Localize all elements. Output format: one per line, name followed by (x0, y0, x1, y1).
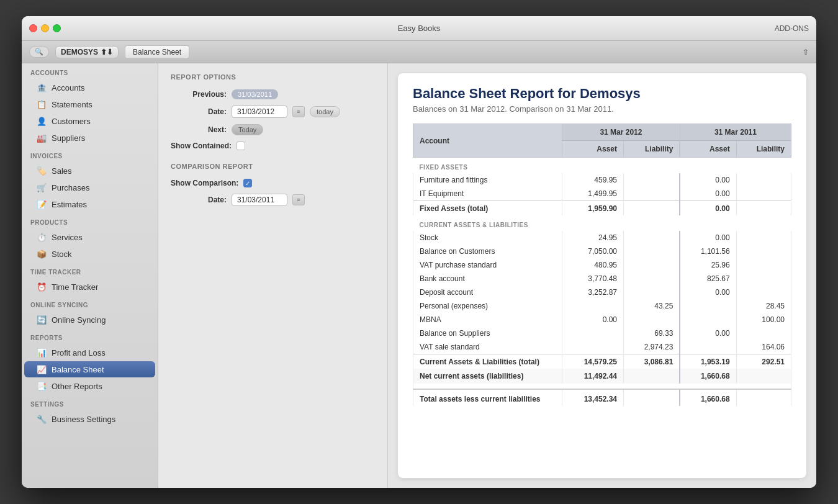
add-ons-button[interactable]: ADD-ONS (775, 24, 809, 33)
account-name: Balance on Suppliers (413, 326, 562, 340)
sidebar-item-statements[interactable]: 📋 Statements (24, 96, 155, 112)
next-button[interactable]: Today (232, 124, 263, 135)
sidebar-item-business-settings[interactable]: 🔧 Business Settings (24, 411, 155, 427)
table-row: VAT sale standard 2,974.23 164.06 (413, 340, 791, 354)
sidebar-item-purchases[interactable]: 🛒 Purchases (24, 179, 155, 196)
grand-total-value (624, 389, 680, 406)
net-value: 1,660.68 (680, 369, 736, 384)
account-name: VAT purchase standard (413, 258, 562, 272)
sidebar-item-stock[interactable]: 📦 Stock (24, 246, 155, 262)
chevron-down-icon: ⬆⬇ (101, 48, 113, 56)
balance-sheet-table: Account 31 Mar 2012 31 Mar 2011 Asset Li… (413, 124, 791, 406)
value (680, 299, 736, 313)
suppliers-icon: 🏭 (37, 133, 47, 143)
show-contained-row: Show Contained: (171, 142, 375, 150)
value: 2,974.23 (624, 340, 680, 354)
sidebar-label-stock: Stock (52, 250, 72, 259)
previous-value: 31/03/2011 (232, 89, 278, 99)
maximize-button[interactable] (53, 24, 61, 32)
total-value: 292.51 (736, 354, 791, 369)
date-picker-icon[interactable]: ≡ (292, 106, 305, 117)
date2-header: 31 Mar 2011 (680, 124, 791, 141)
account-name: Personal (expenses) (413, 299, 562, 313)
value (624, 245, 680, 258)
sidebar-item-profit-loss[interactable]: 📊 Profit and Loss (24, 344, 155, 361)
main-content: ACCOUNTS 🏦 Accounts 📋 Statements 👤 Custo… (22, 63, 816, 488)
value: 164.06 (736, 340, 791, 354)
fixed-assets-header: FIXED ASSETS (413, 158, 791, 174)
sidebar-item-other-reports[interactable]: 📑 Other Reports (24, 378, 155, 394)
sidebar-section-accounts: ACCOUNTS 🏦 Accounts 📋 Statements 👤 Custo… (22, 63, 158, 146)
value: 825.67 (680, 272, 736, 286)
show-contained-checkbox[interactable] (237, 142, 245, 150)
value: 0.00 (562, 313, 624, 326)
value: 3,252.87 (562, 286, 624, 299)
value: 1,499.95 (562, 187, 624, 201)
report-content: Balance Sheet Report for Demosys Balance… (388, 63, 816, 488)
show-contained-label: Show Contained: (171, 142, 232, 150)
show-comparison-label: Show Comparison: (171, 179, 238, 187)
account-name: MBNA (413, 313, 562, 326)
section-header-settings: SETTINGS (22, 395, 158, 410)
comparison-date-field[interactable]: 31/03/2011 (232, 194, 287, 206)
table-row-total: Current Assets & Liabilities (total) 14,… (413, 354, 791, 369)
show-comparison-checkbox[interactable]: ✓ (243, 179, 252, 187)
show-comparison-row: Show Comparison: ✓ (171, 179, 375, 187)
table-row: VAT purchase standard 480.95 25.96 (413, 258, 791, 272)
sidebar-item-balance-sheet[interactable]: 📈 Balance Sheet (24, 361, 155, 377)
sidebar-item-services[interactable]: ⏱️ Services (24, 229, 155, 245)
comparison-title: COMPARISON REPORT (171, 163, 375, 170)
sidebar-item-online-syncing[interactable]: 🔄 Online Syncing (24, 312, 155, 328)
statements-icon: 📋 (37, 99, 47, 109)
stock-icon: 📦 (37, 249, 47, 259)
account-name: VAT sale standard (413, 340, 562, 354)
search-bar[interactable]: 🔍 (29, 46, 49, 58)
account-name: Deposit account (413, 286, 562, 299)
value: 69.33 (624, 326, 680, 340)
report-options-title: REPORT OPTIONS (171, 73, 375, 81)
comparison-date-picker-icon[interactable]: ≡ (292, 194, 305, 205)
close-button[interactable] (29, 24, 37, 32)
customers-icon: 👤 (37, 116, 47, 126)
window-controls (29, 24, 61, 32)
search-icon: 🔍 (35, 48, 43, 56)
sidebar-item-suppliers[interactable]: 🏭 Suppliers (24, 130, 155, 146)
value: 0.00 (680, 326, 736, 340)
previous-row: Previous: 31/03/2011 (171, 89, 375, 99)
minimize-button[interactable] (41, 24, 49, 32)
company-selector[interactable]: DEMOSYS ⬆⬇ (55, 46, 119, 58)
current-tab: Balance Sheet (125, 45, 189, 59)
sidebar-item-estimates[interactable]: 📝 Estimates (24, 196, 155, 212)
today-button[interactable]: today (310, 106, 340, 117)
sidebar-section-reports: REPORTS 📊 Profit and Loss 📈 Balance Shee… (22, 328, 158, 394)
value: 100.00 (736, 313, 791, 326)
section-header-online-syncing: ONLINE SYNCING (22, 295, 158, 311)
sidebar-label-time-tracker: Time Tracker (52, 282, 98, 292)
estimates-icon: 📝 (37, 199, 47, 209)
sidebar-section-time-tracker: TIME TRACKER ⏰ Time Tracker (22, 263, 158, 295)
table-row: Stock 24.95 0.00 (413, 231, 791, 245)
total-value: 0.00 (680, 201, 736, 216)
report-area: REPORT OPTIONS Previous: 31/03/2011 Date… (158, 63, 816, 488)
share-icon[interactable]: ⇧ (803, 48, 809, 56)
date-field[interactable]: 31/03/2012 (232, 106, 287, 118)
value: 1,101.56 (680, 245, 736, 258)
grand-total-value (736, 389, 791, 406)
total-value (736, 201, 791, 216)
value (680, 340, 736, 354)
sidebar-item-accounts[interactable]: 🏦 Accounts (24, 79, 155, 96)
sidebar: ACCOUNTS 🏦 Accounts 📋 Statements 👤 Custo… (22, 63, 158, 488)
account-name: Bank account (413, 272, 562, 286)
value (624, 313, 680, 326)
grand-total-label: Total assets less current liabilities (413, 389, 562, 406)
section-header-reports: REPORTS (22, 328, 158, 344)
sidebar-item-time-tracker[interactable]: ⏰ Time Tracker (24, 279, 155, 295)
sidebar-item-customers[interactable]: 👤 Customers (24, 113, 155, 129)
value (562, 326, 624, 340)
value (736, 286, 791, 299)
grand-total-value: 1,660.68 (680, 389, 736, 406)
total-value (624, 201, 680, 216)
sidebar-item-sales[interactable]: 🏷️ Sales (24, 163, 155, 179)
accounts-icon: 🏦 (37, 83, 47, 92)
report-subtitle: Balances on 31 Mar 2012. Comparison on 3… (413, 104, 791, 114)
